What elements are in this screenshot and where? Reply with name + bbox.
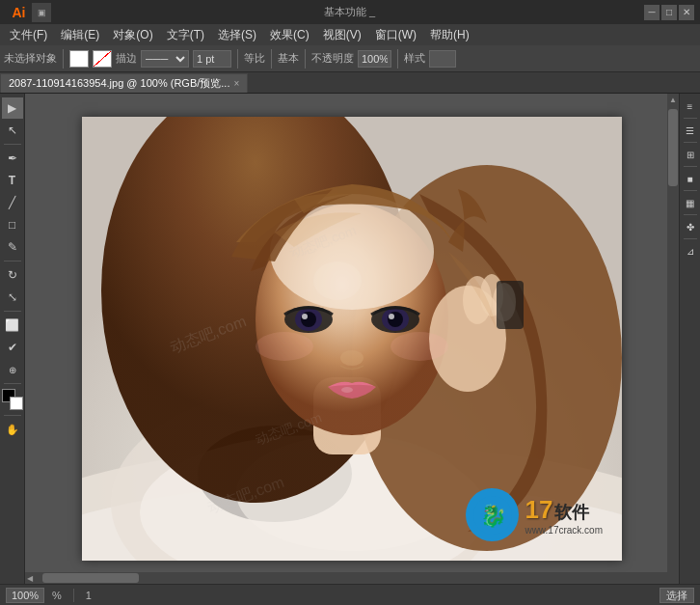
- toolbar-sep-3: [271, 49, 272, 69]
- svg-point-19: [389, 314, 394, 319]
- tab-close-button[interactable]: ×: [233, 78, 239, 89]
- menu-type[interactable]: 文字(T): [161, 25, 210, 45]
- menu-view[interactable]: 视图(V): [317, 25, 367, 45]
- toolbar-sep-1: [63, 49, 64, 69]
- tool-sep-3: [4, 311, 21, 312]
- title-bar-center: 基本功能 _: [55, 5, 644, 19]
- svg-text:🐉: 🐉: [479, 503, 506, 529]
- menu-help[interactable]: 帮助(H): [424, 25, 475, 45]
- minimize-button[interactable]: ─: [644, 5, 660, 20]
- h-scroll-left-arrow[interactable]: ◀: [27, 574, 33, 583]
- stroke-swatch[interactable]: [93, 50, 112, 68]
- main-area: ▶ ↖ ✒ T ╱ □ ✎ ↻ ⤡ ⬜ ✔ ⊕ ✋: [0, 94, 700, 584]
- menu-object[interactable]: 对象(O): [107, 25, 158, 45]
- swatches-panel-button[interactable]: ▦: [682, 194, 699, 211]
- type-tool-button[interactable]: T: [2, 170, 23, 191]
- status-sep-1: [73, 589, 74, 602]
- v-scroll-thumb[interactable]: [668, 109, 678, 186]
- canvas-area: 动态吧,com 动态吧,com 动态吧,com 动态吧,com: [25, 94, 679, 584]
- properties-panel-button[interactable]: ☰: [682, 122, 699, 139]
- color-swatches[interactable]: [2, 389, 23, 410]
- vertical-scrollbar[interactable]: ▲: [667, 94, 679, 584]
- svg-point-33: [313, 261, 362, 300]
- left-toolbar: ▶ ↖ ✒ T ╱ □ ✎ ↻ ⤡ ⬜ ✔ ⊕ ✋: [0, 94, 25, 584]
- logo-url: www.17crack.com: [525, 525, 603, 536]
- selection-label: 未选择对象: [4, 51, 57, 66]
- layers-panel-button[interactable]: ≡: [682, 97, 699, 115]
- right-sep-5: [684, 214, 697, 215]
- background-color[interactable]: [10, 397, 23, 410]
- zoom-tool-button[interactable]: ⊕: [2, 359, 23, 380]
- opacity-input[interactable]: [358, 50, 391, 68]
- close-button[interactable]: ✕: [679, 5, 694, 20]
- ratio-label: 等比: [244, 51, 265, 66]
- tool-sep-2: [4, 261, 21, 261]
- right-sep-3: [684, 166, 697, 167]
- fill-swatch[interactable]: [69, 50, 89, 68]
- canvas-container: 动态吧,com 动态吧,com 动态吧,com 动态吧,com: [82, 117, 622, 561]
- menu-window[interactable]: 窗口(W): [369, 25, 422, 45]
- hand-tool-button[interactable]: ✋: [2, 419, 23, 440]
- svg-point-21: [341, 387, 353, 393]
- pen-tool-button[interactable]: ✒: [2, 148, 23, 169]
- logo-text-soft: 软件: [554, 501, 589, 524]
- status-bar: % 1 选择: [0, 584, 700, 605]
- toolbar-sep-2: [237, 49, 238, 69]
- logo-number: 17: [525, 495, 552, 525]
- horizontal-scrollbar[interactable]: ◀: [25, 572, 667, 584]
- toolbar: 未选择对象 描边 ─── 等比 基本 不透明度 样式: [0, 45, 700, 72]
- scale-tool-button[interactable]: ⤡: [2, 287, 23, 308]
- menu-edit[interactable]: 编辑(E): [55, 25, 105, 45]
- ai-logo: Ai: [6, 5, 32, 20]
- artboard-info: 1: [86, 590, 92, 601]
- stroke-width-input[interactable]: [193, 50, 231, 68]
- right-sep-4: [684, 190, 697, 191]
- rotate-tool-button[interactable]: ↻: [2, 264, 23, 286]
- v-scroll-up-arrow[interactable]: ▲: [669, 96, 677, 104]
- menu-select[interactable]: 选择(S): [212, 25, 262, 45]
- window-controls[interactable]: ─ □ ✕: [644, 5, 694, 20]
- zoom-percent-label: %: [52, 590, 62, 601]
- tool-sep-1: [4, 144, 21, 145]
- style-swatch[interactable]: [429, 50, 456, 68]
- menu-effect[interactable]: 效果(C): [264, 25, 315, 45]
- svg-point-31: [256, 332, 313, 361]
- shape-tool-button[interactable]: □: [2, 214, 23, 235]
- right-sep-1: [684, 118, 697, 119]
- opacity-label: 不透明度: [311, 51, 354, 66]
- tool-sep-5: [4, 415, 21, 416]
- line-tool-button[interactable]: ╱: [2, 192, 23, 213]
- maximize-button[interactable]: □: [661, 5, 677, 20]
- eraser-tool-button[interactable]: ⬜: [2, 315, 23, 336]
- selection-button[interactable]: 选择: [660, 588, 694, 603]
- stroke-label: 描边: [116, 51, 137, 66]
- logo-circle: 🐉: [466, 488, 519, 541]
- symbols-panel-button[interactable]: ✤: [682, 218, 699, 235]
- right-panel: ≡ ☰ ⊞ ■ ▦ ✤ ⊿: [679, 94, 700, 584]
- title-bar-icon: ▣: [32, 3, 51, 22]
- eyedropper-tool-button[interactable]: ✔: [2, 337, 23, 358]
- direct-selection-tool-button[interactable]: ↖: [2, 120, 23, 141]
- transform-panel-button[interactable]: ⊿: [682, 242, 699, 260]
- zoom-input[interactable]: [6, 588, 44, 603]
- menu-file[interactable]: 文件(F): [4, 25, 53, 45]
- right-sep-6: [684, 238, 697, 239]
- tab-bar: 2087-110914163954.jpg @ 100% (RGB/预览... …: [0, 72, 700, 94]
- svg-point-20: [340, 350, 363, 366]
- toolbar-sep-5: [397, 49, 398, 69]
- h-scroll-thumb[interactable]: [42, 573, 139, 583]
- dragon-icon: 🐉: [473, 496, 512, 535]
- menu-bar: 文件(F) 编辑(E) 对象(O) 文字(T) 选择(S) 效果(C) 视图(V…: [0, 24, 700, 45]
- svg-point-32: [390, 332, 448, 361]
- stroke-style-select[interactable]: ───: [141, 50, 189, 68]
- links-panel-button[interactable]: ⊞: [682, 146, 699, 163]
- toolbar-sep-4: [305, 49, 306, 69]
- svg-point-18: [388, 312, 403, 327]
- color-panel-button[interactable]: ■: [682, 170, 699, 187]
- brush-tool-button[interactable]: ✎: [2, 236, 23, 258]
- selection-tool-button[interactable]: ▶: [2, 97, 23, 119]
- svg-point-14: [301, 312, 316, 327]
- logo-overlay: 🐉 17 软件 www.17crack.com: [466, 488, 603, 541]
- document-tab[interactable]: 2087-110914163954.jpg @ 100% (RGB/预览... …: [0, 73, 248, 93]
- tab-filename: 2087-110914163954.jpg @ 100% (RGB/预览...: [9, 76, 229, 91]
